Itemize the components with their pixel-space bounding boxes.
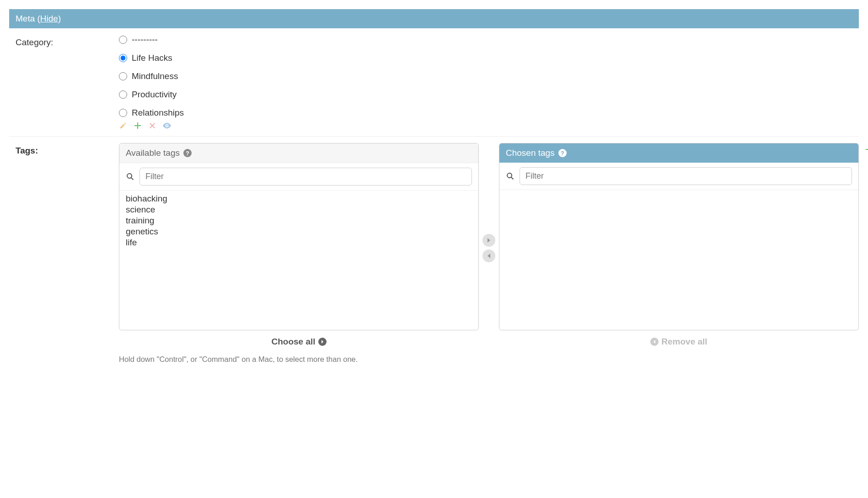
category-field: ---------Life HacksMindfulnessProductivi… xyxy=(119,35,859,130)
available-tag-option[interactable]: training xyxy=(126,215,472,226)
selector-chooser xyxy=(482,143,496,353)
search-icon xyxy=(126,172,135,181)
available-tag-option[interactable]: biohacking xyxy=(126,193,472,204)
chosen-tags-filter-row xyxy=(499,163,858,190)
pencil-icon[interactable] xyxy=(119,122,127,130)
category-radio-list: ---------Life HacksMindfulnessProductivi… xyxy=(119,35,859,118)
chosen-tags-column: Chosen tags ? Remove all xyxy=(499,143,859,353)
tags-label: Tags: xyxy=(9,143,119,368)
chevron-right-icon xyxy=(318,338,327,346)
category-option-label[interactable]: --------- xyxy=(119,35,859,45)
plus-icon[interactable] xyxy=(134,122,142,130)
category-radio[interactable] xyxy=(119,90,127,99)
move-left-button[interactable] xyxy=(482,249,495,262)
meta-toggle-link[interactable]: Hide xyxy=(40,14,58,23)
available-tags-title: Available tags ? xyxy=(119,143,478,163)
category-row: Category: ---------Life HacksMindfulness… xyxy=(9,28,859,137)
help-icon[interactable]: ? xyxy=(183,149,192,157)
available-tags-box: Available tags ? biohackingsciencetraini… xyxy=(119,143,479,330)
tags-selector: Available tags ? biohackingsciencetraini… xyxy=(119,143,859,353)
add-tag-button[interactable] xyxy=(865,146,868,153)
search-icon xyxy=(506,172,515,181)
category-radio[interactable] xyxy=(119,36,127,44)
move-right-button[interactable] xyxy=(482,234,495,247)
category-option: Life Hacks xyxy=(119,53,859,63)
category-option-text: Life Hacks xyxy=(132,53,172,63)
category-radio[interactable] xyxy=(119,72,127,80)
choose-all-button[interactable]: Choose all xyxy=(119,330,479,353)
category-option-label[interactable]: Relationships xyxy=(119,108,859,118)
available-tag-option[interactable]: genetics xyxy=(126,226,472,237)
tags-field: Available tags ? biohackingsciencetraini… xyxy=(119,143,859,368)
available-tags-filter-row xyxy=(119,163,478,191)
remove-all-label: Remove all xyxy=(661,337,707,347)
category-option-text: --------- xyxy=(132,35,158,45)
category-option-label[interactable]: Life Hacks xyxy=(119,53,859,63)
chosen-tags-list[interactable] xyxy=(499,190,858,330)
category-radio[interactable] xyxy=(119,54,127,62)
category-option: --------- xyxy=(119,35,859,45)
choose-all-label: Choose all xyxy=(271,337,315,347)
category-option-text: Productivity xyxy=(132,90,177,100)
category-option: Productivity xyxy=(119,90,859,100)
category-label: Category: xyxy=(9,35,119,130)
category-option-label[interactable]: Productivity xyxy=(119,90,859,100)
x-icon[interactable] xyxy=(148,122,156,130)
available-tags-filter-input[interactable] xyxy=(139,168,472,185)
available-tags-title-text: Available tags xyxy=(126,148,180,158)
chosen-tags-title: Chosen tags ? xyxy=(499,143,858,163)
category-related-icons xyxy=(119,122,859,130)
chosen-tags-filter-input[interactable] xyxy=(520,167,852,185)
category-option-label[interactable]: Mindfulness xyxy=(119,71,859,81)
tags-help-text: Hold down "Control", or "Command" on a M… xyxy=(119,353,859,368)
eye-icon[interactable] xyxy=(163,122,171,130)
chevron-left-icon xyxy=(650,338,659,346)
help-icon[interactable]: ? xyxy=(558,149,567,157)
category-option: Relationships xyxy=(119,108,859,118)
available-tags-column: Available tags ? biohackingsciencetraini… xyxy=(119,143,479,353)
meta-section-header: Meta (Hide) xyxy=(9,9,859,28)
category-option-text: Relationships xyxy=(132,108,184,118)
category-option-text: Mindfulness xyxy=(132,71,178,81)
remove-all-button[interactable]: Remove all xyxy=(499,330,859,353)
category-radio[interactable] xyxy=(119,109,127,117)
available-tag-option[interactable]: science xyxy=(126,204,472,215)
category-option: Mindfulness xyxy=(119,71,859,81)
tags-row: Tags: Available tags ? xyxy=(9,137,859,375)
meta-title: Meta xyxy=(16,14,35,23)
chosen-tags-title-text: Chosen tags xyxy=(506,148,555,158)
available-tag-option[interactable]: life xyxy=(126,237,472,248)
chosen-tags-box: Chosen tags ? xyxy=(499,143,859,330)
available-tags-list[interactable]: biohackingsciencetraininggeneticslife xyxy=(119,191,478,330)
